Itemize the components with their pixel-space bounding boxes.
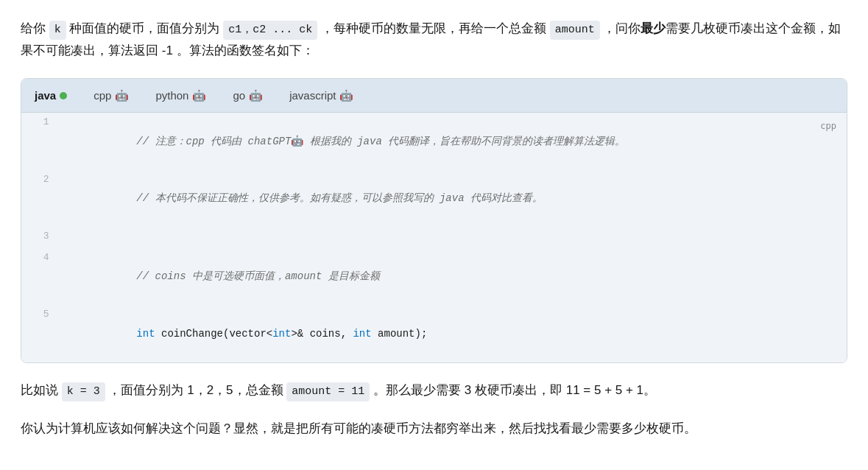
tab-python-label: python [155,86,188,105]
table-row: 1 // 注意：cpp 代码由 chatGPT🤖 根据我的 java 代码翻译，… [21,113,847,170]
comment-4: // coins 中是可选硬币面值，amount 是目标金额 [136,270,379,282]
line-number-3: 3 [21,227,60,248]
tab-python-icon: 🤖 [192,86,206,105]
line-number-4: 4 [21,248,60,306]
inline-code-amount: amount [550,21,600,40]
code-type-int: int [136,328,155,340]
line-content-4: // coins 中是可选硬币面值，amount 是目标金额 [60,248,847,306]
table-row: 5 int coinChange(vector<int>& coins, int… [21,305,847,362]
tab-cpp[interactable]: cpp 🤖 [80,79,142,113]
code-lang-label: cpp [820,119,836,133]
code-normal-5: coinChange(vector<int>& coins, int amoun… [155,328,428,340]
tab-javascript[interactable]: javascript 🤖 [276,79,367,113]
tab-python[interactable]: python 🤖 [142,79,219,113]
line-number-1: 1 [21,113,60,170]
code-area: cpp 1 // 注意：cpp 代码由 chatGPT🤖 根据我的 java 代… [21,113,847,362]
tab-cpp-icon: 🤖 [115,86,129,105]
line-content-2: // 本代码不保证正确性，仅供参考。如有疑惑，可以参照我写的 java 代码对比… [60,170,847,228]
table-row: 2 // 本代码不保证正确性，仅供参考。如有疑惑，可以参照我写的 java 代码… [21,170,847,228]
inline-code-k3: k = 3 [62,382,105,401]
bold-least: 最少 [641,21,666,35]
tab-java-dot [60,92,67,99]
tab-bar[interactable]: java cpp 🤖 python 🤖 go 🤖 javascript 🤖 [21,79,847,113]
inline-code-c: c1，c2 ... ck [223,21,317,40]
tab-go-label: go [233,86,245,105]
line-number-2: 2 [21,170,60,228]
tab-java[interactable]: java [21,79,80,113]
tab-go-icon: 🤖 [249,86,263,105]
tab-cpp-label: cpp [93,86,111,105]
inline-code-amount11: amount = 11 [286,382,370,401]
line-content-1: // 注意：cpp 代码由 chatGPT🤖 根据我的 java 代码翻译，旨在… [60,113,847,170]
intro-paragraph: 给你 k 种面值的硬币，面值分别为 c1，c2 ... ck ，每种硬币的数量无… [21,18,847,62]
comment-2: // 本代码不保证正确性，仅供参考。如有疑惑，可以参照我写的 java 代码对比… [136,192,543,204]
inline-code-k: k [49,21,66,40]
code-table: 1 // 注意：cpp 代码由 chatGPT🤖 根据我的 java 代码翻译，… [21,113,847,362]
comment-1: // 注意：cpp 代码由 chatGPT🤖 根据我的 java 代码翻译，旨在… [136,136,625,147]
tab-java-label: java [35,86,56,105]
line-number-5: 5 [21,305,60,362]
tab-javascript-label: javascript [289,86,336,105]
table-row: 3 [21,227,847,248]
table-row: 4 // coins 中是可选硬币面值，amount 是目标金额 [21,248,847,306]
line-content-5: int coinChange(vector<int>& coins, int a… [60,305,847,362]
line-content-3 [60,227,847,248]
code-block: java cpp 🤖 python 🤖 go 🤖 javascript 🤖 cp… [21,78,847,363]
tab-go[interactable]: go 🤖 [219,79,276,113]
question-paragraph: 你认为计算机应该如何解决这个问题？显然，就是把所有可能的凑硬币方法都穷举出来，然… [21,418,847,440]
example-paragraph: 比如说 k = 3 ，面值分别为 1，2，5，总金额 amount = 11 。… [21,379,847,401]
tab-javascript-icon: 🤖 [339,86,353,105]
